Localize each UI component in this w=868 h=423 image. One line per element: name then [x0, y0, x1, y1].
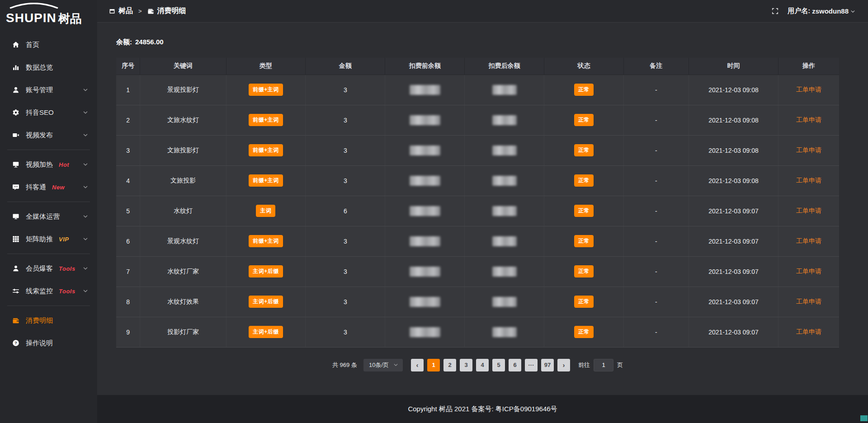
cell-time: 2021-12-03 09:08 — [689, 105, 778, 135]
sidebar-item-home[interactable]: 首页 — [0, 33, 97, 56]
grid-icon — [12, 235, 19, 243]
goto-label: 前往 — [578, 361, 590, 369]
cell-action: 工单申请 — [778, 196, 839, 226]
cell-type: 主词+后缀 — [226, 256, 306, 287]
censored-balance-after — [492, 146, 517, 155]
sidebar-item-video-publish[interactable]: 视频发布 — [0, 124, 97, 146]
page-button-1[interactable]: 1 — [427, 359, 440, 371]
censored-balance-before — [410, 267, 440, 277]
sidebar-item-lead-monitor[interactable]: 线索监控Tools — [0, 280, 97, 302]
cell-balance-after — [465, 135, 544, 165]
sidebar-item-badge: Hot — [59, 161, 69, 168]
status-badge: 正常 — [574, 326, 594, 338]
sidebar-item-label: 账号管理 — [26, 86, 53, 94]
balance-value: 24856.00 — [135, 38, 164, 46]
user-menu[interactable]: 用户名: zswodun88 — [788, 7, 855, 15]
next-page-button[interactable]: › — [557, 359, 570, 371]
sidebar-item-douyin-seo[interactable]: 抖音SEO — [0, 101, 97, 124]
logo-arc-icon — [7, 2, 61, 10]
sidebar-item-consumption-detail[interactable]: 消费明细 — [0, 309, 97, 332]
breadcrumb-item-current[interactable]: 消费明细 — [147, 6, 186, 16]
cell-index: 5 — [116, 196, 140, 226]
cell-index: 4 — [116, 165, 140, 196]
type-badge: 前缀+主词 — [249, 174, 283, 187]
work-order-link[interactable]: 工单申请 — [796, 177, 821, 184]
balance-label: 余额: — [116, 38, 132, 46]
sidebar-item-member-baoke[interactable]: 会员爆客Tools — [0, 257, 97, 280]
prev-page-button[interactable]: ‹ — [411, 359, 424, 371]
page-size-select[interactable]: 10条/页 — [363, 359, 403, 371]
fullscreen-icon[interactable] — [772, 8, 778, 14]
work-order-link[interactable]: 工单申请 — [796, 237, 821, 244]
goto-page-input[interactable] — [594, 359, 613, 371]
sidebar-divider — [7, 150, 90, 150]
censored-balance-after — [492, 236, 517, 246]
sidebar-item-operation-guide[interactable]: ?操作说明 — [0, 332, 97, 354]
cell-type: 前缀+主词 — [226, 165, 306, 196]
cell-balance-after — [465, 256, 544, 287]
table-column-header: 金额 — [306, 58, 385, 75]
censored-balance-after — [492, 327, 517, 337]
work-order-link[interactable]: 工单申请 — [796, 268, 821, 275]
cell-type: 前缀+主词 — [226, 226, 306, 256]
sidebar-item-badge: Tools — [59, 265, 75, 272]
chevron-down-icon — [850, 9, 855, 14]
cell-index: 2 — [116, 105, 140, 135]
sidebar-item-badge: VIP — [59, 236, 69, 243]
status-badge: 正常 — [574, 84, 594, 96]
page-button-5[interactable]: 5 — [492, 359, 505, 371]
page-size-value: 10条/页 — [369, 361, 389, 369]
type-badge: 前缀+主词 — [249, 144, 283, 156]
censored-balance-after — [492, 297, 517, 307]
cell-status: 正常 — [544, 226, 624, 256]
sidebar-item-video-heat[interactable]: 视频加热Hot — [0, 153, 97, 176]
work-order-link[interactable]: 工单申请 — [796, 86, 821, 93]
work-order-link[interactable]: 工单申请 — [796, 116, 821, 123]
cell-keyword: 水纹灯厂家 — [140, 256, 226, 287]
sidebar-item-data-overview[interactable]: 数据总览 — [0, 56, 97, 79]
screen-artifact — [860, 415, 868, 421]
cell-keyword: 景观投影灯 — [140, 75, 226, 105]
work-order-link[interactable]: 工单申请 — [796, 298, 821, 305]
sidebar-item-label: 数据总览 — [26, 63, 53, 72]
cell-action: 工单申请 — [778, 105, 839, 135]
chat-icon — [12, 183, 19, 191]
breadcrumb-item-home[interactable]: 树品 — [109, 6, 133, 16]
gear-icon — [12, 109, 19, 117]
cell-keyword: 投影灯厂家 — [140, 317, 226, 347]
censored-balance-before — [410, 176, 440, 186]
page-button-6[interactable]: 6 — [509, 359, 521, 371]
cell-index: 7 — [116, 256, 140, 287]
type-badge: 前缀+主词 — [249, 235, 283, 247]
page-button-4[interactable]: 4 — [476, 359, 489, 371]
cell-balance-before — [385, 317, 465, 347]
table-column-header: 类型 — [226, 58, 306, 75]
work-order-link[interactable]: 工单申请 — [796, 328, 821, 335]
page-button-3[interactable]: 3 — [460, 359, 472, 371]
sidebar-item-account-management[interactable]: 账号管理 — [0, 79, 97, 101]
sidebar-item-label: 矩阵助推 — [26, 235, 53, 244]
cell-index: 8 — [116, 287, 140, 317]
table-column-header: 序号 — [116, 58, 140, 75]
monitor-icon — [12, 161, 19, 169]
page-ellipsis-button[interactable]: ··· — [525, 359, 538, 371]
cell-time: 2021-12-03 09:07 — [689, 226, 778, 256]
status-badge: 正常 — [574, 265, 594, 277]
screen-icon — [12, 213, 19, 221]
page-button-97[interactable]: 97 — [541, 359, 554, 371]
cell-balance-after — [465, 165, 544, 196]
page-button-2[interactable]: 2 — [443, 359, 456, 371]
work-order-link[interactable]: 工单申请 — [796, 207, 821, 214]
type-badge: 主词+后缀 — [249, 326, 283, 338]
status-badge: 正常 — [574, 205, 594, 217]
sidebar-item-omni-media[interactable]: 全媒体运营 — [0, 205, 97, 228]
work-order-link[interactable]: 工单申请 — [796, 146, 821, 154]
cell-type: 主词 — [226, 196, 306, 226]
sidebar-item-douketong[interactable]: 抖客通New — [0, 176, 97, 198]
cell-balance-before — [385, 135, 465, 165]
sidebar-item-matrix-boost[interactable]: 矩阵助推VIP — [0, 228, 97, 250]
sidebar-item-label: 会员爆客 — [26, 264, 53, 273]
cell-keyword: 文旅投影灯 — [140, 135, 226, 165]
cell-balance-after — [465, 226, 544, 256]
topbar: 树品 > 消费明细 用户名: zswodun88 — [97, 0, 868, 23]
